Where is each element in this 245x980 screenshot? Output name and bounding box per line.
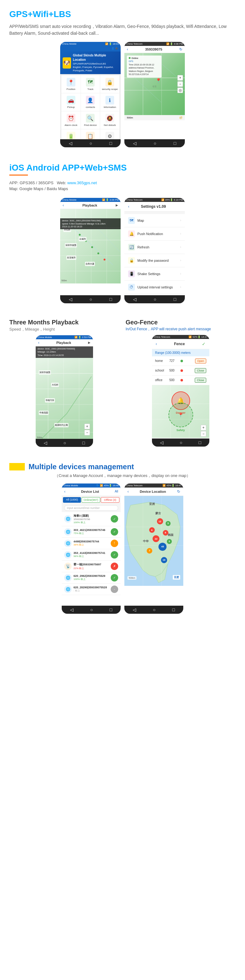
device-item-3[interactable]: 🌐 4498|359339075744 38% 标上 ! — [62, 538, 121, 549]
section2-title: iOS Android APP+Web+SMS — [9, 163, 236, 173]
device-status-dot-4: ✓ — [111, 551, 118, 558]
fence-close-btn-office[interactable]: Close — [195, 378, 206, 383]
nav-recent-6[interactable]: □ — [199, 440, 201, 445]
nav-home-7[interactable]: ○ — [90, 607, 93, 612]
search-input[interactable]: input account/imei number — [64, 505, 118, 511]
zoom-out-btn[interactable]: − — [177, 81, 183, 87]
section4-title: Multiple devices management — [29, 462, 134, 471]
nav-home-8[interactable]: ○ — [153, 607, 155, 612]
nav-home-6[interactable]: ○ — [180, 440, 182, 445]
gps-marker: 📍 — [155, 78, 162, 84]
cluster-3: 45 — [159, 543, 167, 551]
menu-find-device[interactable]: 🔍 Find device — [81, 111, 100, 129]
nav-recent-5[interactable]: □ — [82, 441, 85, 445]
section1-description: APP/Web/SMS smart auto voice recording，V… — [9, 23, 236, 37]
nav-recent[interactable]: □ — [110, 141, 112, 146]
section2-map-info: Map: Google Maps / Baidu Maps — [9, 186, 236, 191]
phone2-scale-bar: 500m 🧭 — [124, 115, 185, 120]
fence-home[interactable]: home 727 Open — [152, 356, 209, 366]
device-item-1[interactable]: 🌐 海番3 (国家) 359339075796 100% 标上 ✓ — [62, 512, 121, 526]
menu-security-scope[interactable]: 🔒 security scope — [100, 75, 119, 93]
playback-map: device: 303C_0993 [359339075901590] spee… — [60, 209, 121, 283]
device-list-phone: China Mobile 🔵 📶 45%🔋 16:46 ‹ Device Lis… — [62, 484, 121, 614]
section4-header: Multiple devices management — [9, 462, 236, 471]
nav-back-7[interactable]: ◁ — [70, 607, 73, 612]
nav-home[interactable]: ○ — [90, 141, 92, 146]
menu-pickup[interactable]: 🚗 Pickup — [61, 93, 81, 111]
device-item-7[interactable]: 🌐 620_28290|359339075528 - 标上 - — [62, 584, 121, 595]
nav-back-5[interactable]: ◁ — [44, 441, 47, 445]
nav-recent-7[interactable]: □ — [110, 607, 112, 612]
settings-phone-screen: China Telecom 📶 35%🔋 6:19 PM ‹ Settings … — [124, 198, 185, 303]
zoom-out-2[interactable]: − — [84, 430, 90, 436]
section-playback-geofence: Three Months Playback Speed，Mileage，Heig… — [0, 310, 245, 453]
menu-information[interactable]: ℹ Information — [100, 93, 119, 111]
tab-offline[interactable]: Offline (3) — [101, 497, 119, 503]
fence-map: 🔔 Danger 📍 Safety + − — [152, 385, 209, 438]
fence-nav-bar: ◁ ○ □ — [152, 439, 209, 447]
fence-office[interactable]: office 500 Close — [152, 375, 209, 385]
nav-home-3[interactable]: ○ — [90, 297, 92, 302]
label-mongolia: 蒙古 — [155, 511, 161, 515]
menu-track[interactable]: 🗺 Track — [81, 75, 100, 93]
nav-back-8[interactable]: ◁ — [133, 607, 136, 612]
device-item-4[interactable]: 🌐 353_4143|359339075741 98% 标上 ✓ — [62, 549, 121, 561]
menu-not-disturb[interactable]: 🔕 Not disturb — [100, 111, 119, 129]
device-item-5[interactable]: 📡 霍一福|359339075697 22% 标上 ✗ — [62, 561, 121, 572]
notification-icon: 🔔 — [128, 231, 135, 237]
settings-shake[interactable]: 📳 Shake Settings › — [124, 267, 185, 281]
phone1-banner-text: Global Skinds Multiple Location GPU/WIFI… — [73, 53, 118, 73]
zoom-in-fence[interactable]: + — [200, 425, 206, 430]
fence-school[interactable]: school 500 Close — [152, 366, 209, 375]
nav-recent-2[interactable]: □ — [174, 141, 176, 146]
nav-back-3[interactable]: ◁ — [69, 297, 72, 302]
nav-recent-4[interactable]: □ — [174, 297, 176, 302]
playback-status-bar: China Mobile 📶 🔋 3:09 PM — [60, 198, 121, 202]
locate-btn[interactable]: ◎ — [177, 88, 183, 93]
security-icon: 🔒 — [105, 78, 114, 86]
section4-subtitle: （Creat a Manage Account，manage many devi… — [9, 473, 236, 479]
device-icon-5: 📡 — [64, 563, 72, 570]
route-dot-4 — [97, 253, 99, 254]
nav-back[interactable]: ◁ — [69, 141, 72, 146]
settings-map[interactable]: 🗺 Map › — [124, 214, 185, 228]
phone2-info-box: Online GPS Time 2018-10-09 03:26:12 addr… — [127, 56, 162, 78]
shake-icon: 📳 — [128, 270, 135, 277]
nav-recent-8[interactable]: □ — [172, 607, 175, 612]
nav-back-6[interactable]: ◁ — [160, 440, 164, 445]
settings-modify-password[interactable]: 🔒 Modify the password › — [124, 254, 185, 267]
menu-position[interactable]: 📍 Position — [61, 75, 81, 93]
zoom-in-btn[interactable]: + — [177, 75, 183, 81]
nav-back-2[interactable]: ◁ — [133, 141, 137, 146]
menu-alarm-clock[interactable]: ⏰ Alarm clock — [61, 111, 81, 129]
device-item-6[interactable]: 🌐 620_2962|359339075529 100% 标上 ✓ — [62, 572, 121, 584]
nav-recent-3[interactable]: □ — [110, 297, 112, 302]
device-status-dot-3: ! — [111, 539, 118, 547]
nav-back-4[interactable]: ◁ — [133, 297, 137, 302]
settings-refresh[interactable]: 🔄 Refresh › — [124, 241, 185, 254]
fence-list: home 727 Open school 500 Close off — [152, 356, 209, 385]
device-item-2[interactable]: 🌐 303_4621|359339075746 75% 标上 ✓ — [62, 526, 121, 538]
disturb-icon: 🔕 — [105, 114, 114, 123]
settings-push-notification[interactable]: 🔔 Push Notification › — [124, 228, 185, 241]
location-header: ‹ Device Location ↻ — [124, 487, 183, 496]
device-tabs: All (1000) Online(997) Offline (3) — [62, 496, 121, 504]
settings-upload-interval[interactable]: ⏱ Upload interval settings › — [124, 281, 185, 294]
zoom-out-fence[interactable]: − — [200, 431, 206, 437]
fence-open-btn[interactable]: Open — [195, 358, 206, 363]
zoom-in-2[interactable]: + — [84, 424, 90, 429]
menu-contacts[interactable]: 👤 contacts — [81, 93, 100, 111]
nav-home-2[interactable]: ○ — [154, 141, 156, 146]
settings-header: ‹ Settings v1.09 — [124, 202, 185, 212]
fence-dot-school — [180, 369, 183, 372]
city-p2-4: 中南花园 — [39, 410, 49, 415]
nav-home-5[interactable]: ○ — [64, 441, 66, 445]
phone1-banner: 🐶 Global Skinds Multiple Location GPU/WI… — [60, 51, 121, 75]
tab-all[interactable]: All (1000) — [63, 497, 81, 503]
section3-columns: Three Months Playback Speed，Mileage，Heig… — [9, 319, 236, 447]
information-icon: ℹ — [105, 96, 114, 105]
tab-online[interactable]: Online(997) — [81, 497, 100, 503]
nav-home-4[interactable]: ○ — [154, 297, 156, 302]
find-icon: 🔍 — [86, 114, 95, 123]
fence-close-btn-school[interactable]: Close — [195, 368, 206, 373]
